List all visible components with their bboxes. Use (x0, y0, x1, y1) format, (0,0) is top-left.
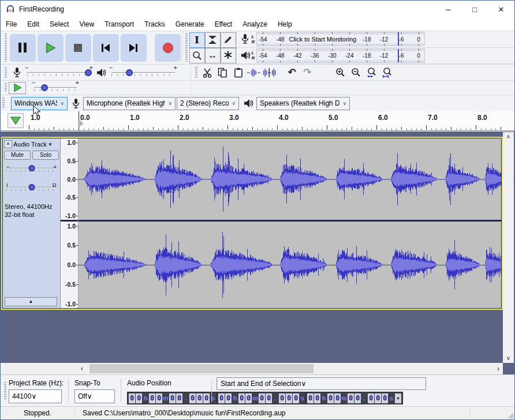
window-title: FirstRecording (19, 5, 64, 13)
close-button[interactable]: ✕ (488, 1, 514, 18)
slider-thumb[interactable] (41, 84, 48, 91)
menu-help[interactable]: Help (273, 18, 297, 31)
time-shift-tool-button[interactable]: ↔ (205, 48, 221, 63)
channel-labels: LR (252, 34, 255, 44)
selection-tool-button[interactable]: I (189, 32, 205, 48)
paste-button[interactable] (231, 66, 245, 80)
microphone-icon (11, 67, 23, 78)
toolbar-grip[interactable] (4, 382, 6, 400)
fit-selection-button[interactable] (364, 66, 379, 80)
record-button[interactable] (155, 34, 181, 62)
toolbar-grip[interactable] (2, 97, 5, 109)
redo-button[interactable]: ↷ (300, 66, 315, 80)
skip-to-end-button[interactable] (121, 34, 147, 62)
toolbar-grip[interactable] (5, 83, 7, 92)
play-button[interactable] (38, 34, 64, 62)
stop-button[interactable] (65, 34, 91, 62)
track-close-button[interactable]: ✕ (4, 140, 12, 148)
scroll-down-arrow-icon[interactable]: ∨ (506, 354, 510, 363)
menu-view[interactable]: View (74, 18, 99, 31)
playback-meter[interactable]: LR -54-48-42-36-30-24-18-12-60 (237, 48, 515, 65)
menu-file[interactable]: File (1, 18, 22, 31)
menu-analyze[interactable]: Analyze (237, 18, 273, 31)
chevron-down-icon: ∨ (31, 392, 36, 400)
recording-meter[interactable]: LR -54-48-42-36-30-24-18-12-60Click to S… (237, 31, 515, 48)
track-pan-slider[interactable]: L R (6, 184, 57, 198)
menu-select[interactable]: Select (44, 18, 74, 31)
recording-meter-scale[interactable]: -54-48-42-36-30-24-18-12-60Click to Star… (256, 32, 425, 46)
undo-button[interactable]: ↶ (285, 66, 299, 80)
timeline-options-button[interactable] (8, 113, 24, 128)
audio-host-dropdown[interactable]: Windows WASA∨ (11, 97, 68, 110)
selection-start-field[interactable]: 00h00m00.000s▼ (217, 392, 314, 404)
selection-end-field[interactable]: 00h00m00.000s▼ (305, 392, 403, 404)
timeline-ruler[interactable]: 1.00.01.02.03.04.05.06.07.08.0 (1, 111, 514, 131)
horizontal-scrollbar[interactable]: ‹ › (77, 363, 503, 374)
toolbar-grip[interactable] (195, 67, 197, 78)
selection-range-mode-dropdown[interactable]: Start and End of Selection∨ (217, 377, 426, 390)
track-collapse-button[interactable]: ▲ (5, 297, 57, 306)
waveform-right-channel[interactable] (79, 222, 501, 308)
menu-effect[interactable]: Effect (210, 18, 237, 31)
menu-tracks[interactable]: Tracks (139, 18, 170, 31)
cut-button[interactable] (200, 66, 214, 80)
recording-volume-slider[interactable]: − + (25, 66, 93, 79)
mute-button[interactable]: Mute (4, 151, 31, 160)
minimize-button[interactable]: ─ (435, 1, 461, 18)
silence-audio-button[interactable] (262, 66, 277, 80)
horizontal-scroll-track[interactable] (87, 363, 494, 374)
toolbar-grip[interactable] (185, 33, 188, 62)
scroll-up-arrow-icon[interactable]: ∧ (506, 132, 510, 141)
multi-tool-button[interactable]: ∗ (221, 48, 236, 63)
track-menu-arrow-icon[interactable]: ▼ (48, 142, 53, 147)
vertical-ruler-left-channel[interactable]: 1.00.50.0-0.5-1.0 (61, 138, 78, 220)
copy-button[interactable] (215, 66, 230, 80)
slider-thumb[interactable] (28, 184, 35, 190)
zoom-tool-button[interactable] (189, 48, 205, 63)
fit-project-button[interactable] (380, 66, 394, 80)
recording-device-dropdown[interactable]: Microphone (Realtek High∨ (83, 97, 176, 110)
envelope-tool-button[interactable] (205, 32, 221, 48)
playback-speed-slider[interactable]: − + (32, 81, 79, 94)
vertical-scrollbar[interactable]: ∧ ∨ (503, 132, 514, 363)
waveform-display[interactable] (79, 138, 501, 308)
slider-thumb[interactable] (85, 69, 92, 76)
skip-to-start-button[interactable] (93, 34, 119, 62)
track-gain-slider[interactable]: − + (6, 165, 57, 179)
scroll-left-arrow-icon[interactable]: ‹ (77, 363, 87, 374)
play-at-speed-button[interactable] (9, 82, 26, 94)
zoom-out-icon (351, 68, 361, 77)
play-position-marker[interactable] (79, 120, 83, 127)
pause-button[interactable] (10, 34, 36, 62)
scroll-right-arrow-icon[interactable]: › (494, 363, 503, 374)
time-ruler[interactable]: 1.00.01.02.03.04.05.06.07.08.0 (1, 111, 514, 130)
playback-device-dropdown[interactable]: Speakers (Realtek High Def∨ (256, 97, 350, 110)
horizontal-scroll-thumb[interactable] (89, 364, 314, 373)
slider-thumb[interactable] (28, 165, 35, 171)
playback-meter-scale[interactable]: -54-48-42-36-30-24-18-12-60 (256, 48, 425, 63)
maximize-button[interactable]: □ (461, 1, 488, 18)
status-message: Saved C:\Users\matro_000\Desktop\music f… (83, 409, 286, 417)
slider-thumb[interactable] (126, 69, 133, 76)
audio-track[interactable]: ✕ Audio Track ▼ Mute Solo − + L R (2, 138, 502, 309)
trim-audio-button[interactable] (247, 66, 261, 80)
audio-position-field[interactable]: 00h00m00.000s▼ (127, 392, 225, 404)
resize-grip[interactable] (507, 412, 513, 418)
playback-volume-slider[interactable]: − + (109, 66, 177, 79)
menu-edit[interactable]: Edit (22, 18, 44, 31)
snap-to-dropdown[interactable]: Off∨ (74, 389, 115, 403)
chevron-down-icon: ∨ (165, 100, 172, 106)
zoom-in-button[interactable] (333, 66, 348, 80)
zoom-out-button[interactable] (349, 66, 363, 80)
menu-bar: File Edit Select View Transport Tracks G… (1, 18, 514, 31)
solo-button[interactable]: Solo (32, 151, 59, 160)
project-rate-dropdown[interactable]: 44100∨ (9, 389, 62, 403)
toolbar-grip[interactable] (5, 67, 7, 78)
waveform-left-channel[interactable] (79, 138, 501, 220)
menu-generate[interactable]: Generate (170, 18, 210, 31)
menu-transport[interactable]: Transport (99, 18, 139, 31)
toolbar-grip[interactable] (5, 33, 7, 62)
draw-tool-button[interactable] (221, 32, 236, 48)
recording-channels-dropdown[interactable]: 2 (Stereo) Recor∨ (177, 97, 239, 110)
vertical-ruler-right-channel[interactable]: 1.00.50.0-0.5-1.0 (61, 222, 78, 308)
